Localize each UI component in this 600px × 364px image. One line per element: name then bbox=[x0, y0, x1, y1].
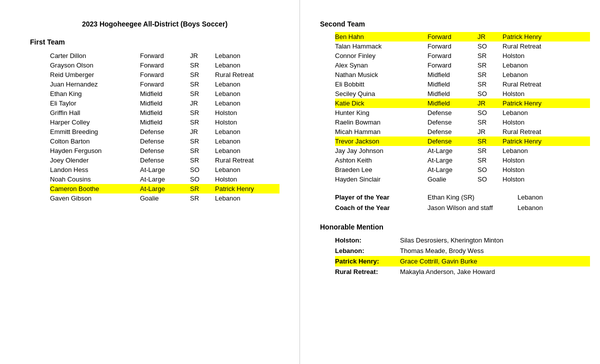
hm-names: Thomas Meade, Brody Wess bbox=[400, 247, 484, 254]
table-row: Joey Olender Defense SR Rural Retreat bbox=[50, 156, 280, 165]
player-school: Rural Retreat bbox=[215, 156, 275, 164]
table-row: Colton Barton Defense SR Lebanon bbox=[50, 136, 280, 146]
table-row: Ben Hahn Forward JR Patrick Henry bbox=[335, 32, 590, 42]
table-row: Talan Hammack Forward SO Rural Retreat bbox=[335, 42, 590, 51]
table-row: Eli Taylor Midfield JR Lebanon bbox=[50, 98, 280, 108]
table-row: Griffin Hall Midfield SR Holston bbox=[50, 108, 280, 118]
player-position: At-Large bbox=[140, 176, 190, 183]
player-school: Holston bbox=[502, 118, 562, 126]
table-row: Eli Bobbitt Midfield SR Rural Retreat bbox=[335, 80, 590, 89]
player-school: Lebanon bbox=[215, 194, 275, 202]
player-name: Gaven Gibson bbox=[50, 194, 140, 202]
player-name: Micah Hamman bbox=[335, 128, 428, 136]
player-school: Lebanon bbox=[215, 128, 275, 136]
player-position: Defense bbox=[140, 128, 190, 136]
player-school: Lebanon bbox=[215, 166, 275, 174]
player-name: Raelin Bowman bbox=[335, 118, 428, 126]
table-row: Cameron Boothe At-Large SR Patrick Henry bbox=[50, 184, 280, 194]
player-year: JR bbox=[190, 52, 215, 60]
player-name: Eli Taylor bbox=[50, 100, 140, 107]
list-item: Holston: Silas Desrosiers, Kherington Mi… bbox=[335, 235, 590, 246]
player-position: Forward bbox=[428, 52, 478, 60]
player-name: Jay Jay Johnson bbox=[335, 147, 428, 154]
player-year: SR bbox=[190, 62, 215, 69]
left-panel: 2023 Hogoheegee All-District (Boys Socce… bbox=[0, 0, 300, 364]
player-year: SR bbox=[190, 109, 215, 116]
player-year: SR bbox=[190, 71, 215, 78]
player-position: At-Large bbox=[428, 147, 478, 154]
honorable-mention-title: Honorable Mention bbox=[320, 223, 590, 231]
player-position: Defense bbox=[428, 109, 478, 116]
player-position: Defense bbox=[140, 138, 190, 145]
player-school: Rural Retreat bbox=[502, 128, 562, 136]
hm-school-label: Rural Retreat: bbox=[335, 268, 400, 276]
player-name: Landon Hess bbox=[50, 166, 140, 174]
player-position: At-Large bbox=[140, 166, 190, 174]
player-name: Reid Umberger bbox=[50, 71, 140, 78]
player-year: SO bbox=[478, 42, 502, 50]
table-row: Jay Jay Johnson At-Large SR Lebanon bbox=[335, 146, 590, 156]
player-name: Emmitt Breeding bbox=[50, 128, 140, 136]
player-name: Griffin Hall bbox=[50, 109, 140, 116]
table-row: Connor Finley Forward SR Holston bbox=[335, 51, 590, 60]
award-row: Coach of the Year Jason Wilson and staff… bbox=[335, 202, 590, 213]
player-year: SO bbox=[190, 176, 215, 183]
player-year: SR bbox=[478, 118, 502, 126]
hm-school-label: Holston: bbox=[335, 236, 400, 244]
player-name: Harper Colley bbox=[50, 118, 140, 126]
player-school: Holston bbox=[215, 118, 275, 126]
table-row: Harper Colley Midfield SR Holston bbox=[50, 118, 280, 127]
player-name: Talan Hammack bbox=[335, 42, 428, 50]
list-item: Rural Retreat: Makayla Anderson, Jake Ho… bbox=[335, 266, 590, 277]
player-school: Holston bbox=[215, 176, 275, 183]
player-position: Forward bbox=[140, 71, 190, 78]
player-name: Connor Finley bbox=[335, 52, 428, 60]
player-name: Carter Dillon bbox=[50, 52, 140, 60]
hm-names: Makayla Anderson, Jake Howard bbox=[400, 268, 495, 276]
player-school: Lebanon bbox=[215, 90, 275, 98]
player-school: Lebanon bbox=[215, 52, 275, 60]
table-row: Gaven Gibson Goalie SR Lebanon bbox=[50, 194, 280, 203]
table-row: Katie Dick Midfield JR Patrick Henry bbox=[335, 98, 590, 108]
table-row: Ashton Keith At-Large SR Holston bbox=[335, 156, 590, 165]
player-year: SR bbox=[190, 118, 215, 126]
player-name: Hayden Sinclair bbox=[335, 176, 428, 183]
player-school: Lebanon bbox=[215, 62, 275, 69]
player-year: SR bbox=[190, 194, 215, 202]
table-row: Landon Hess At-Large SO Lebanon bbox=[50, 165, 280, 174]
player-position: Midfield bbox=[140, 118, 190, 126]
table-row: Juan Hernandez Forward SR Lebanon bbox=[50, 80, 280, 89]
player-school: Holston bbox=[502, 166, 562, 174]
award-value: Jason Wilson and staff bbox=[428, 204, 518, 212]
player-position: Defense bbox=[428, 128, 478, 136]
player-position: Forward bbox=[140, 80, 190, 88]
player-school: Holston bbox=[215, 109, 275, 116]
player-name: Katie Dick bbox=[335, 100, 428, 107]
table-row: Hayden Sinclair Goalie SO Holston bbox=[335, 174, 590, 184]
player-year: SR bbox=[190, 185, 215, 192]
player-year: SO bbox=[478, 90, 502, 98]
player-year: JR bbox=[478, 100, 502, 107]
player-position: At-Large bbox=[140, 185, 190, 192]
table-row: Hunter King Defense SO Lebanon bbox=[335, 108, 590, 118]
award-label: Player of the Year bbox=[335, 194, 428, 201]
main-title: 2023 Hogoheegee All-District (Boys Socce… bbox=[30, 20, 280, 28]
table-row: Noah Cousins At-Large SO Holston bbox=[50, 174, 280, 184]
table-row: Trevor Jackson Defense SR Patrick Henry bbox=[335, 136, 590, 146]
player-school: Patrick Henry bbox=[502, 100, 562, 107]
player-school: Rural Retreat bbox=[502, 80, 562, 88]
list-item: Lebanon: Thomas Meade, Brody Wess bbox=[335, 246, 590, 256]
hm-school-label: Lebanon: bbox=[335, 247, 400, 254]
list-item: Patrick Henry: Grace Cottrill, Gavin Bur… bbox=[335, 256, 590, 266]
table-row: Seciley Quina Midfield SO Holston bbox=[335, 89, 590, 98]
player-year: SR bbox=[478, 62, 502, 69]
player-name: Cameron Boothe bbox=[50, 185, 140, 192]
player-position: At-Large bbox=[428, 166, 478, 174]
player-school: Holston bbox=[502, 52, 562, 60]
player-name: Nathan Musick bbox=[335, 71, 428, 78]
player-position: Forward bbox=[428, 33, 478, 40]
player-school: Patrick Henry bbox=[215, 185, 275, 192]
player-year: SR bbox=[478, 80, 502, 88]
player-position: Goalie bbox=[428, 176, 478, 183]
player-year: SR bbox=[478, 52, 502, 60]
